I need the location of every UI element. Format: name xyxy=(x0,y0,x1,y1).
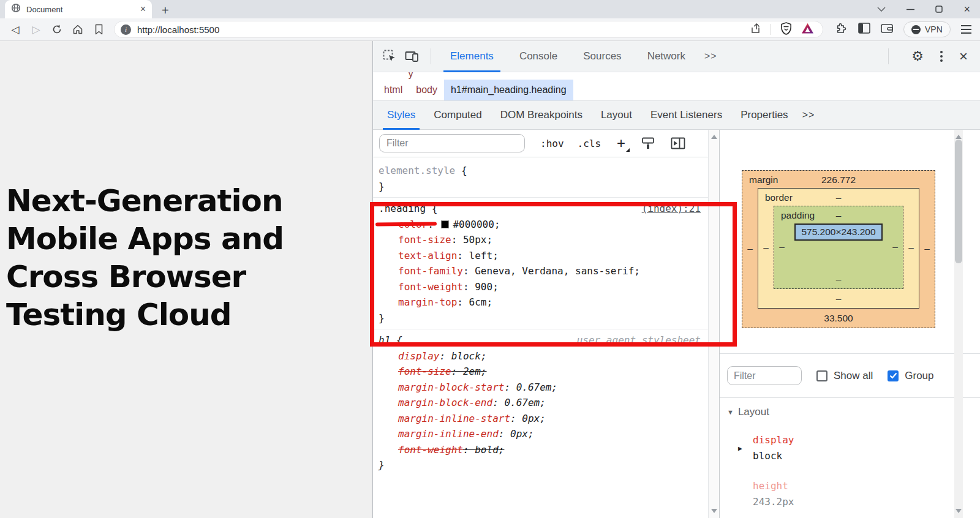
extensions-puzzle-icon[interactable] xyxy=(835,22,848,37)
toggle-class-state[interactable]: .cls xyxy=(578,138,601,149)
show-computed-sidebar-icon[interactable] xyxy=(671,137,685,149)
forward-button[interactable]: ▷ xyxy=(28,23,44,36)
bookmark-icon[interactable] xyxy=(91,24,107,35)
scroll-up-icon[interactable] xyxy=(956,135,962,139)
styles-toolbar: :hov .cls + xyxy=(373,130,708,157)
title-bar: Document × + × xyxy=(0,0,980,18)
brave-shield-icon[interactable] xyxy=(780,22,792,37)
css-rule-element-style[interactable]: element.style { xyxy=(379,163,704,179)
vpn-label: VPN xyxy=(925,24,943,34)
sidebar-scrollbar[interactable] xyxy=(954,130,963,518)
border-bottom-value[interactable]: – xyxy=(758,289,919,308)
computed-property-height[interactable]: height 243.2px xyxy=(738,478,980,510)
styles-filter-input[interactable] xyxy=(379,134,525,152)
devtools-tab-sources[interactable]: Sources xyxy=(570,41,634,72)
css-rule-h1-user-agent[interactable]: user agent stylesheeth1 { display: block… xyxy=(379,332,704,473)
site-info-icon[interactable]: i xyxy=(121,24,131,35)
devtools-tab-network[interactable]: Network xyxy=(635,41,698,72)
web-page-viewport: Next-Generation Mobile Apps and Cross Br… xyxy=(0,41,372,518)
computed-filter-row: Show all Group xyxy=(720,354,980,398)
devtools-settings-gear-icon[interactable]: ⚙ xyxy=(911,50,924,63)
new-style-rule-button[interactable]: + xyxy=(617,136,625,151)
breadcrumb-html[interactable]: html xyxy=(377,80,409,100)
window-dropdown-icon[interactable] xyxy=(877,7,886,12)
margin-right-value[interactable]: – xyxy=(919,188,935,309)
computed-property-display[interactable]: ▶ display block xyxy=(738,432,980,464)
window-maximize-icon[interactable] xyxy=(935,6,943,13)
device-toolbar-icon[interactable] xyxy=(405,50,420,63)
inspect-element-icon[interactable] xyxy=(383,50,396,63)
css-property-overridden[interactable]: font-weight: bold; xyxy=(379,442,704,458)
border-right-value[interactable]: – xyxy=(903,206,919,289)
box-model-content-size[interactable]: 575.200×243.200 xyxy=(794,223,882,241)
computed-filter-input[interactable] xyxy=(727,366,802,385)
styles-subtab-bar: Styles Computed DOM Breakpoints Layout E… xyxy=(373,101,980,130)
box-model-padding[interactable]: padding – – 575.200×243.200 xyxy=(774,206,903,289)
tab-properties[interactable]: Properties xyxy=(731,101,797,130)
devtools-tab-bar: Elements Console Sources Network >> ⚙ × xyxy=(373,41,980,72)
layout-group-header[interactable]: ▼ Layout xyxy=(727,406,980,418)
show-all-label[interactable]: Show all xyxy=(834,370,873,382)
devtools-tab-elements[interactable]: Elements xyxy=(437,41,507,72)
group-label[interactable]: Group xyxy=(905,370,933,382)
box-model-margin[interactable]: margin 226.772 – border – xyxy=(742,170,935,328)
reload-button[interactable] xyxy=(49,24,65,35)
border-left-value[interactable]: – xyxy=(758,206,774,289)
caret-right-icon[interactable]: ▶ xyxy=(738,441,742,457)
devtools-kebab-menu-icon[interactable] xyxy=(940,51,943,62)
tab-layout[interactable]: Layout xyxy=(592,101,641,130)
group-checkbox[interactable] xyxy=(888,370,899,381)
menu-hamburger-icon[interactable] xyxy=(961,25,971,34)
tab-styles[interactable]: Styles xyxy=(378,101,424,130)
devtools-close-icon[interactable]: × xyxy=(959,49,968,64)
tab-dom-breakpoints[interactable]: DOM Breakpoints xyxy=(491,101,592,130)
bat-rewards-icon[interactable] xyxy=(801,23,814,37)
scroll-down-icon[interactable] xyxy=(711,509,717,513)
address-bar[interactable]: i http://localhost:5500 xyxy=(114,21,823,38)
padding-bottom-value[interactable]: – xyxy=(774,269,903,288)
tab-event-listeners[interactable]: Event Listeners xyxy=(641,101,731,130)
toggle-hover-state[interactable]: :hov xyxy=(540,138,564,149)
css-property[interactable]: margin-inline-start: 0px; xyxy=(379,411,704,427)
devtools-tab-console[interactable]: Console xyxy=(507,41,570,72)
show-all-checkbox[interactable] xyxy=(816,370,827,381)
box-model-border[interactable]: border – – xyxy=(758,188,919,309)
margin-bottom-value[interactable]: 33.500 xyxy=(742,309,935,328)
window-minimize-icon[interactable] xyxy=(907,9,914,10)
scroll-down-icon[interactable] xyxy=(956,509,962,513)
heading-line: Next-Generation xyxy=(6,182,372,220)
heading-line: Testing Cloud xyxy=(6,296,372,334)
browser-tab[interactable]: Document × xyxy=(5,0,152,18)
breadcrumb-body[interactable]: body xyxy=(409,80,444,100)
wallet-icon[interactable] xyxy=(881,23,893,36)
css-property[interactable]: display: block; xyxy=(379,348,704,364)
elements-sidebar: margin 226.772 – border – xyxy=(719,130,980,518)
share-icon[interactable] xyxy=(750,23,761,37)
back-button[interactable]: ◁ xyxy=(7,23,23,36)
padding-left-value[interactable]: – xyxy=(774,223,790,269)
computed-layout-group: ▼ Layout ▶ display block height 243 xyxy=(720,398,980,518)
more-subtabs-icon[interactable]: >> xyxy=(797,110,820,121)
css-property-overridden[interactable]: font-size: 2em; xyxy=(379,364,704,380)
breadcrumb-selected-h1[interactable]: h1#main_heading.heading xyxy=(444,80,573,100)
new-tab-button[interactable]: + xyxy=(162,4,169,17)
rendering-emulation-icon[interactable] xyxy=(641,137,655,150)
more-tabs-icon[interactable]: >> xyxy=(698,51,723,62)
css-property[interactable]: margin-block-start: 0.67em; xyxy=(379,380,704,396)
vpn-button[interactable]: VPN xyxy=(903,21,951,37)
scroll-up-icon[interactable] xyxy=(711,135,717,139)
caret-down-icon[interactable]: ▼ xyxy=(727,408,734,416)
home-button[interactable] xyxy=(70,24,86,35)
heading-line: Mobile Apps and xyxy=(6,220,372,258)
tab-close-icon[interactable]: × xyxy=(140,4,146,14)
css-property[interactable]: margin-block-end: 0.67em; xyxy=(379,395,704,411)
tab-computed[interactable]: Computed xyxy=(424,101,491,130)
css-property[interactable]: margin-inline-end: 0px; xyxy=(379,426,704,442)
dom-tree-fragment: y xyxy=(408,72,413,80)
padding-right-value[interactable]: – xyxy=(888,223,903,269)
scrollbar-thumb[interactable] xyxy=(955,140,962,263)
url-text[interactable]: http://localhost:5500 xyxy=(137,24,219,35)
margin-left-value[interactable]: – xyxy=(742,188,758,309)
window-close-icon[interactable]: × xyxy=(963,4,970,15)
sidebar-toggle-icon[interactable] xyxy=(858,23,870,36)
